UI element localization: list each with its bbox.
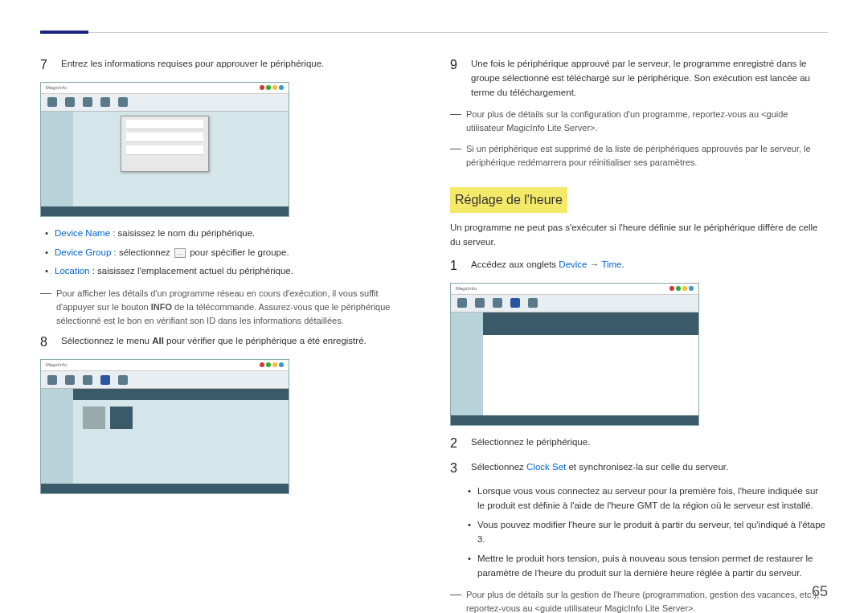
step-text: Accédez aux onglets Device → Time.: [471, 258, 828, 275]
screenshot-device-time: MagicInfo: [450, 283, 699, 426]
left-column: 7 Entrez les informations requises pour …: [40, 57, 418, 613]
bullet-location: Location : saisissez l'emplacement actue…: [43, 264, 418, 279]
step-number: 3: [450, 460, 461, 477]
page-number: 65: [812, 583, 828, 600]
note-text: Pour afficher les détails d'un programme…: [56, 287, 418, 328]
note-dash-icon: ―: [450, 588, 461, 613]
screenshot-approve-device: MagicInfo: [40, 82, 289, 217]
step-2: 2 Sélectionnez le périphérique.: [450, 435, 828, 452]
manual-page: 7 Entrez les informations requises pour …: [0, 0, 868, 613]
step-number: 2: [450, 435, 461, 452]
top-accent: [40, 31, 88, 34]
step-number: 1: [450, 258, 461, 275]
bullet-device-name: Device Name : saisissez le nom du périph…: [43, 227, 418, 241]
right-column: 9 Une fois le périphérique approuvé par …: [450, 57, 828, 613]
step-9: 9 Une fois le périphérique approuvé par …: [450, 57, 828, 100]
note-info-button: ― Pour afficher les détails d'un program…: [40, 287, 418, 328]
step-text: Entrez les informations requises pour ap…: [61, 57, 418, 74]
step-text: Sélectionnez le périphérique.: [471, 435, 828, 452]
step-1: 1 Accédez aux onglets Device → Time.: [450, 258, 828, 275]
two-column-layout: 7 Entrez les informations requises pour …: [40, 57, 828, 613]
note-device-removed: ― Si un périphérique est supprimé de la …: [450, 142, 828, 170]
step-text: Une fois le périphérique approuvé par le…: [471, 57, 828, 100]
time-notes: Lorsque vous vous connectez au serveur p…: [450, 484, 828, 580]
note-time-management: ― Pour plus de détails sur la gestion de…: [450, 588, 828, 613]
field-descriptions: Device Name : saisissez le nom du périph…: [40, 227, 418, 279]
step-number: 9: [450, 57, 461, 100]
step-number: 8: [40, 334, 51, 351]
screenshot-all-menu: MagicInfo: [40, 359, 289, 494]
browse-button-icon: …: [174, 248, 186, 258]
step-text: Sélectionnez le menu All pour vérifier q…: [61, 334, 418, 351]
note-dash-icon: ―: [40, 287, 51, 328]
field-label: Device Name: [55, 228, 110, 238]
field-label: Device Group: [55, 247, 111, 257]
bullet-first-connect: Lorsque vous vous connectez au serveur p…: [466, 484, 828, 513]
top-rule: [40, 32, 828, 33]
note-config-guide: ― Pour plus de détails sur la configurat…: [450, 108, 828, 135]
step-7: 7 Entrez les informations requises pour …: [40, 57, 418, 74]
note-dash-icon: ―: [450, 142, 461, 170]
step-number: 7: [40, 57, 51, 74]
bullet-device-group: Device Group : sélectionnez … pour spéci…: [43, 246, 418, 260]
bullet-power-cycle: Mettre le produit hors tension, puis à n…: [466, 552, 828, 581]
step-text: Sélectionnez Clock Set et synchronisez-l…: [471, 460, 828, 477]
section-intro: Un programme ne peut pas s'exécuter si l…: [450, 221, 828, 250]
note-text: Pour plus de détails sur la gestion de l…: [466, 588, 828, 613]
step-8: 8 Sélectionnez le menu All pour vérifier…: [40, 334, 418, 351]
note-text: Si un périphérique est supprimé de la li…: [466, 142, 828, 170]
note-dash-icon: ―: [450, 108, 461, 135]
section-heading-time: Réglage de l'heure: [450, 187, 567, 214]
bullet-modify-time: Vous pouvez modifier l'heure sur le prod…: [466, 518, 828, 547]
step-3: 3 Sélectionnez Clock Set et synchronisez…: [450, 460, 828, 477]
field-label: Location: [55, 266, 89, 276]
note-text: Pour plus de détails sur la configuratio…: [466, 108, 828, 135]
